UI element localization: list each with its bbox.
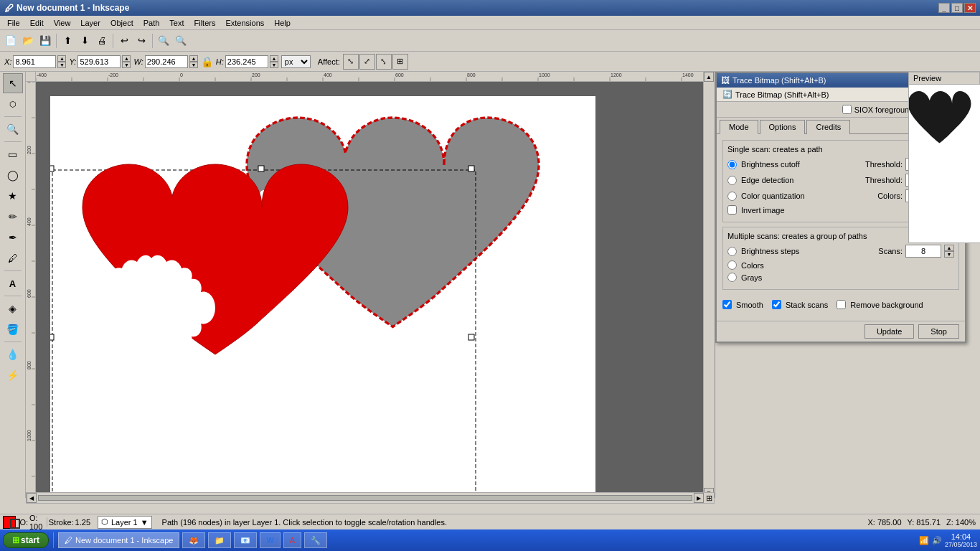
print-button[interactable]: 🖨 [94, 33, 110, 49]
taskbar-app6[interactable]: 🔧 [304, 532, 327, 548]
grays-radio[interactable] [727, 273, 737, 282]
smooth-checkbox[interactable] [722, 300, 732, 309]
new-button[interactable]: 📄 [3, 33, 19, 49]
zoom-in-button[interactable]: 🔍 [156, 33, 171, 49]
menu-text[interactable]: Text [165, 17, 188, 29]
menu-extensions[interactable]: Extensions [221, 17, 268, 29]
tab-credits[interactable]: Credits [806, 120, 850, 134]
hscroll-thumb[interactable] [38, 495, 692, 501]
eyedropper-tool[interactable]: 💧 [3, 344, 23, 364]
star-tool[interactable]: ★ [3, 186, 23, 206]
taskbar-firefox[interactable]: 🦊 [182, 532, 205, 548]
rect-tool[interactable]: ▭ [3, 144, 23, 164]
menu-path[interactable]: Path [139, 17, 164, 29]
menu-object[interactable]: Object [106, 17, 138, 29]
update-button[interactable]: Update [864, 324, 914, 339]
lock-icon[interactable]: 🔒 [201, 56, 213, 67]
tab-options[interactable]: Options [760, 120, 806, 134]
w-up[interactable]: ▲ [189, 55, 198, 62]
undo-button[interactable]: ↩ [116, 33, 132, 49]
pencil-tool[interactable]: ✏ [3, 207, 23, 227]
app-icon: 🖊 [4, 3, 14, 14]
w-down[interactable]: ▼ [189, 62, 198, 68]
edge-detection-radio[interactable] [727, 176, 737, 185]
scans-spinner[interactable]: ▲ ▼ [944, 245, 954, 258]
y-up[interactable]: ▲ [122, 55, 131, 62]
menu-view[interactable]: View [50, 17, 75, 29]
remove-bg-checkbox[interactable] [837, 300, 846, 309]
siox-checkbox[interactable] [842, 105, 852, 114]
pen-tool[interactable]: ✒ [3, 227, 23, 248]
h-up[interactable]: ▲ [270, 55, 278, 62]
taskbar-inkscape[interactable]: 🖊 New document 1 - Inkscape [58, 532, 179, 548]
x-up[interactable]: ▲ [57, 55, 66, 62]
zoom-out-button[interactable]: 🔍 [173, 33, 189, 49]
scans-up[interactable]: ▲ [944, 245, 954, 251]
h-input[interactable] [225, 55, 268, 68]
unit-selector[interactable]: px mm cm in [281, 55, 311, 68]
hscrollbar[interactable]: ◀ ▶ ⊞ [26, 492, 715, 504]
tab-mode[interactable]: Mode [720, 120, 758, 134]
import-button[interactable]: ⬆ [60, 33, 75, 49]
close-button[interactable]: ✕ [964, 3, 976, 13]
w-spinner[interactable]: ▲ ▼ [189, 55, 198, 68]
h-down[interactable]: ▼ [270, 62, 278, 68]
menu-filters[interactable]: Filters [190, 17, 220, 29]
maximize-button[interactable]: □ [951, 3, 963, 13]
stroke-indicator[interactable] [10, 519, 20, 529]
x-spinner[interactable]: ▲ ▼ [57, 55, 66, 68]
circle-tool[interactable]: ◯ [3, 165, 23, 185]
y-input[interactable] [77, 55, 121, 68]
colors-multi-radio[interactable] [727, 260, 737, 270]
menu-edit[interactable]: Edit [26, 17, 48, 29]
scroll-up-btn[interactable]: ▲ [704, 72, 714, 82]
start-button[interactable]: ⊞ start [3, 532, 49, 548]
x-input[interactable] [13, 55, 56, 68]
affect-btn-1[interactable]: ⤡ [343, 54, 359, 70]
selector-tool[interactable]: ↖ [3, 73, 23, 93]
brightness-steps-radio[interactable] [727, 247, 737, 256]
scans-down[interactable]: ▼ [944, 251, 954, 258]
affect-btn-2[interactable]: ⤢ [359, 54, 375, 70]
canvas-area[interactable]: ▲ ▼ [26, 72, 715, 498]
node-tool[interactable]: ⬡ [3, 94, 23, 114]
brightness-cutoff-radio[interactable] [727, 160, 737, 169]
taskbar: ⊞ start 🖊 New document 1 - Inkscape 🦊 📁 … [0, 529, 980, 551]
w-input[interactable] [145, 55, 188, 68]
scroll-right-btn[interactable]: ▶ [694, 493, 704, 503]
taskbar-acrobat[interactable]: A [283, 532, 301, 548]
scans-input[interactable] [905, 245, 941, 258]
export-button[interactable]: ⬇ [77, 33, 93, 49]
open-button[interactable]: 📂 [20, 33, 36, 49]
taskbar-files[interactable]: 📁 [208, 532, 231, 548]
y-spinner[interactable]: ▲ ▼ [122, 55, 131, 68]
taskbar-word[interactable]: W [260, 532, 280, 548]
window-controls[interactable]: _ □ ✕ [938, 3, 976, 13]
stack-scans-checkbox[interactable] [772, 300, 781, 309]
invert-image-checkbox[interactable] [727, 205, 737, 215]
x-down[interactable]: ▼ [57, 62, 66, 68]
h-spinner[interactable]: ▲ ▼ [270, 55, 278, 68]
minimize-button[interactable]: _ [938, 3, 950, 13]
stop-button[interactable]: Stop [918, 324, 959, 339]
scroll-left-btn[interactable]: ◀ [27, 493, 37, 503]
menu-layer[interactable]: Layer [76, 17, 105, 29]
fill-tool[interactable]: 🪣 [3, 319, 23, 339]
menu-help[interactable]: Help [270, 17, 295, 29]
y-down[interactable]: ▼ [122, 62, 131, 68]
colors-radio-row: Colors [727, 260, 954, 270]
vscrollbar[interactable]: ▲ ▼ [703, 72, 715, 498]
connector-tool[interactable]: ⚡ [3, 365, 23, 385]
calligraphy-tool[interactable]: 🖊 [3, 248, 23, 268]
save-button[interactable]: 💾 [37, 33, 53, 49]
layer-indicator[interactable]: ⬡ Layer 1 ▼ [98, 516, 152, 529]
text-tool[interactable]: A [3, 273, 23, 293]
menu-file[interactable]: File [3, 17, 24, 29]
gradient-tool[interactable]: ◈ [3, 298, 23, 319]
color-quantization-radio[interactable] [727, 192, 737, 201]
redo-button[interactable]: ↪ [133, 33, 149, 49]
affect-btn-4[interactable]: ⊞ [392, 54, 408, 70]
taskbar-outlook[interactable]: 📧 [234, 532, 257, 548]
affect-btn-3[interactable]: ⤣ [376, 54, 392, 70]
zoom-tool[interactable]: 🔍 [3, 119, 23, 139]
